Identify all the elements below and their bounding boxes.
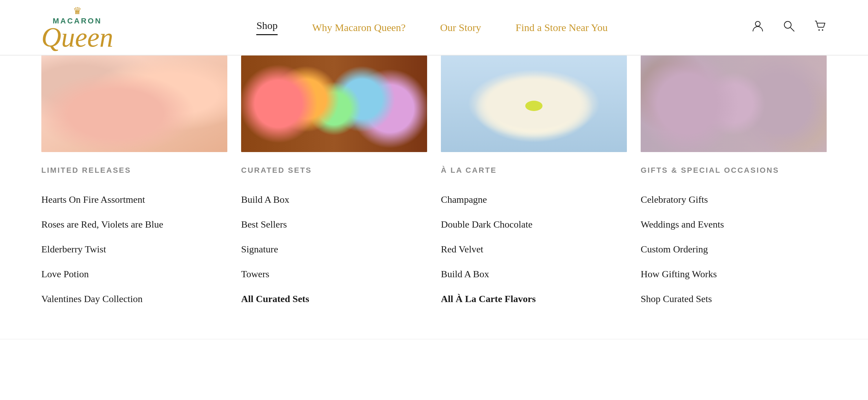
search-icon[interactable]: [782, 19, 796, 36]
header-icons: [751, 19, 827, 36]
cart-icon[interactable]: [813, 19, 827, 36]
svg-point-0: [755, 21, 760, 26]
curated-sets-label: CURATED SETS: [241, 166, 427, 175]
gifts-label: GIFTS & SPECIAL OCCASIONS: [641, 166, 827, 175]
nav-why[interactable]: Why Macaron Queen?: [312, 22, 406, 33]
menu-item-custom-ordering[interactable]: Custom Ordering: [641, 237, 827, 262]
menu-item-valentines[interactable]: Valentines Day Collection: [41, 287, 227, 311]
gifts-items: Celebratory Gifts Weddings and Events Cu…: [641, 187, 827, 311]
menu-item-how-gifting-works[interactable]: How Gifting Works: [641, 262, 827, 287]
curated-sets-image: [241, 56, 427, 152]
menu-item-all-alacarte[interactable]: All À La Carte Flavors: [441, 287, 627, 311]
svg-point-3: [818, 29, 820, 31]
limited-releases-image: [41, 56, 227, 152]
mega-menu: LIMITED RELEASES Hearts On Fire Assortme…: [0, 55, 868, 339]
account-icon[interactable]: [751, 19, 765, 36]
menu-item-shop-curated-sets[interactable]: Shop Curated Sets: [641, 287, 827, 311]
menu-item-build-a-box-alacarte[interactable]: Build A Box: [441, 262, 627, 287]
menu-item-all-curated[interactable]: All Curated Sets: [241, 287, 427, 311]
limited-releases-label: LIMITED RELEASES: [41, 166, 227, 175]
menu-item-hearts-on-fire[interactable]: Hearts On Fire Assortment: [41, 187, 227, 212]
svg-point-1: [784, 21, 791, 28]
column-limited-releases: LIMITED RELEASES Hearts On Fire Assortme…: [41, 56, 227, 311]
nav-find-store[interactable]: Find a Store Near You: [516, 22, 608, 33]
menu-item-love-potion[interactable]: Love Potion: [41, 262, 227, 287]
menu-item-celebratory-gifts[interactable]: Celebratory Gifts: [641, 187, 827, 212]
menu-item-elderberry[interactable]: Elderberry Twist: [41, 237, 227, 262]
menu-item-towers[interactable]: Towers: [241, 262, 427, 287]
mega-menu-columns: LIMITED RELEASES Hearts On Fire Assortme…: [41, 56, 827, 311]
limited-releases-items: Hearts On Fire Assortment Roses are Red,…: [41, 187, 227, 311]
logo-queen-text: Queen: [41, 25, 113, 50]
nav-shop[interactable]: Shop: [256, 20, 278, 35]
menu-item-weddings-events[interactable]: Weddings and Events: [641, 212, 827, 237]
menu-item-best-sellers[interactable]: Best Sellers: [241, 212, 427, 237]
main-nav: Shop Why Macaron Queen? Our Story Find a…: [256, 20, 608, 35]
menu-item-build-a-box[interactable]: Build A Box: [241, 187, 427, 212]
nav-our-story[interactable]: Our Story: [440, 22, 481, 33]
menu-item-roses-red[interactable]: Roses are Red, Violets are Blue: [41, 212, 227, 237]
curated-sets-items: Build A Box Best Sellers Signature Tower…: [241, 187, 427, 311]
menu-item-red-velvet[interactable]: Red Velvet: [441, 237, 627, 262]
site-header: ♛ MACARON Queen Shop Why Macaron Queen? …: [0, 0, 868, 55]
a-la-carte-items: Champagne Double Dark Chocolate Red Velv…: [441, 187, 627, 311]
gifts-image: [641, 56, 827, 152]
menu-item-champagne[interactable]: Champagne: [441, 187, 627, 212]
logo[interactable]: ♛ MACARON Queen: [41, 5, 113, 50]
menu-item-double-dark-chocolate[interactable]: Double Dark Chocolate: [441, 212, 627, 237]
svg-line-2: [790, 28, 794, 31]
column-a-la-carte: À LA CARTE Champagne Double Dark Chocola…: [441, 56, 627, 311]
a-la-carte-image: [441, 56, 627, 152]
column-curated-sets: CURATED SETS Build A Box Best Sellers Si…: [241, 56, 427, 311]
menu-item-signature[interactable]: Signature: [241, 237, 427, 262]
svg-point-4: [822, 29, 823, 31]
crown-icon: ♛: [73, 5, 82, 17]
a-la-carte-label: À LA CARTE: [441, 166, 627, 175]
column-gifts: GIFTS & SPECIAL OCCASIONS Celebratory Gi…: [641, 56, 827, 311]
